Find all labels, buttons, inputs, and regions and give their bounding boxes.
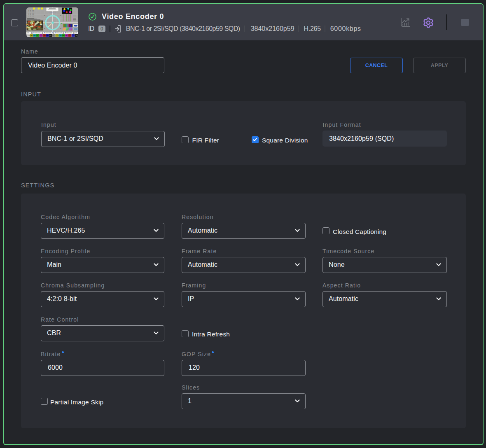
svg-text:Omnitek: Omnitek [46, 32, 51, 34]
svg-text:26: 26 [60, 28, 61, 30]
svg-text:Omnitek: Omnitek [35, 32, 41, 34]
svg-text:26: 26 [60, 15, 61, 16]
svg-text:26: 26 [44, 28, 45, 30]
svg-text:tek: tek [27, 32, 29, 34]
svg-text:tek: tek [75, 32, 77, 34]
svg-text:Omnitek: Omnitek [56, 32, 62, 34]
svg-text:0000: 0000 [28, 15, 34, 17]
svg-text:26: 26 [44, 15, 45, 16]
svg-text:Omnitek: Omnitek [66, 32, 72, 34]
